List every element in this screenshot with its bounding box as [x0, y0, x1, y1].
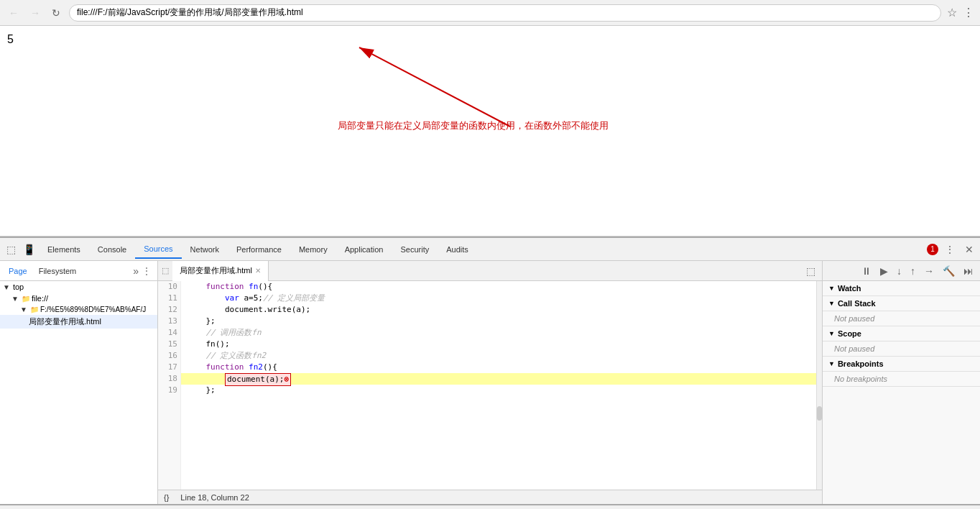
tab-audits[interactable]: Audits — [438, 241, 477, 258]
call-stack-header[interactable]: ▼ Call Stack — [823, 296, 980, 311]
async-icon[interactable]: ⏭ — [960, 264, 977, 278]
menu-button[interactable]: ⋮ — [963, 6, 974, 19]
breakpoints-arrow-icon: ▼ — [828, 360, 835, 367]
line-num-13: 13 — [158, 316, 177, 327]
source-icons: ⬚ — [803, 264, 822, 278]
tab-sources[interactable]: Sources — [135, 240, 181, 259]
tab-application[interactable]: Application — [336, 241, 392, 258]
tab-console[interactable]: Console — [89, 241, 135, 258]
tab-security[interactable]: Security — [392, 241, 438, 258]
code-line-11: var a=5;// 定义局部变量 — [181, 293, 816, 304]
refresh-button[interactable]: ↻ — [49, 6, 63, 20]
tab-network[interactable]: Network — [182, 241, 228, 258]
bookmark-button[interactable]: ☆ — [947, 6, 957, 19]
tree-expand-path: ▼ — [20, 306, 27, 313]
line-num-18: 18 — [158, 373, 177, 385]
line-num-14: 14 — [158, 327, 177, 339]
code-line-17: function fn2(){ — [181, 362, 816, 373]
devtools-close-icon[interactable]: ✕ — [961, 242, 977, 257]
source-content: 10 11 12 13 14 15 16 17 18 19 function f… — [158, 281, 822, 490]
devtools-toolbar: ⬚ 📱 Elements Console Sources Network Per… — [0, 238, 980, 261]
code-line-19: }; — [181, 385, 816, 396]
scope-content: Not paused — [823, 341, 980, 357]
browser-toolbar: ← → ↻ ☆ ⋮ — [0, 0, 980, 26]
source-format-icon[interactable]: ⬚ — [803, 264, 819, 278]
watch-section-header[interactable]: ▼ Watch — [823, 281, 980, 296]
back-button[interactable]: ← — [6, 6, 22, 20]
source-tab-html[interactable]: 局部变量作用域.html ✕ — [172, 261, 269, 281]
source-tab-label: 局部变量作用域.html — [180, 265, 252, 276]
forward-button[interactable]: → — [27, 6, 43, 20]
watch-arrow-icon: ▼ — [828, 285, 835, 292]
source-back-icon[interactable]: ⬚ — [158, 265, 172, 277]
code-area[interactable]: function fn(){ var a=5;// 定义局部变量 documen… — [181, 281, 816, 490]
scrollbar-thumb[interactable] — [817, 406, 822, 421]
source-tabs: ⬚ 局部变量作用域.html ✕ ⬚ — [158, 261, 822, 281]
tree-icon-folder: 📁 — [22, 295, 30, 303]
address-bar[interactable] — [69, 4, 941, 22]
scope-arrow-icon: ▼ — [828, 330, 835, 337]
line-num-19: 19 — [158, 385, 177, 396]
panel-tabs: Page Filesystem » ⋮ — [0, 261, 157, 281]
tab-performance[interactable]: Performance — [228, 241, 290, 258]
right-panel: ⏸ ▶ ↓ ↑ → 🔨 ⏭ ▼ Watch ▼ Call Stack Not p… — [822, 261, 980, 504]
middle-panel: ⬚ 局部变量作用域.html ✕ ⬚ 10 11 12 13 14 15 16 — [158, 261, 822, 504]
tree-label-path: F:/%E5%89%8D%E7%AB%AF/J — [40, 306, 146, 313]
tree-label-html: 局部变量作用域.html — [29, 316, 101, 327]
tab-memory[interactable]: Memory — [290, 241, 336, 258]
annotation-arrow — [316, 33, 532, 141]
page-number: 5 — [7, 33, 14, 45]
panel-tab-filesystem[interactable]: Filesystem — [33, 264, 83, 278]
panel-options-icon[interactable]: ⋮ — [139, 265, 154, 278]
watch-label: Watch — [838, 284, 861, 293]
svg-line-1 — [359, 47, 510, 127]
panel-more-icon[interactable]: » — [133, 265, 139, 277]
devtools-device-icon[interactable]: 📱 — [19, 242, 39, 257]
code-line-12: document.write(a); — [181, 304, 816, 316]
breakpoints-header[interactable]: ▼ Breakpoints — [823, 357, 980, 372]
line-num-16: 16 — [158, 350, 177, 362]
breakpoints-status: No breakpoints — [834, 375, 887, 383]
console-toolbar: Console ✕ — [0, 505, 980, 509]
step-into-icon[interactable]: ↑ — [907, 264, 919, 278]
step-out-icon[interactable]: → — [920, 264, 938, 278]
page-wrapper: 5 局部变量只能在定义局部变量的函数内使用，在函数外部不能使用 — [0, 26, 980, 237]
tree-item-top[interactable]: ▼ top — [0, 281, 157, 293]
status-position: Line 18, Column 22 — [180, 493, 249, 502]
tree-item-path[interactable]: ▼ 📁 F:/%E5%89%8D%E7%AB%AF/J — [0, 304, 157, 315]
format-icon[interactable]: {} — [164, 493, 169, 502]
scope-header[interactable]: ▼ Scope — [823, 326, 980, 341]
tab-elements[interactable]: Elements — [39, 241, 89, 258]
code-line-16: // 定义函数fn2 — [181, 350, 816, 362]
devtools-inspect-icon[interactable]: ⬚ — [3, 242, 19, 257]
tree-item-file[interactable]: ▼ 📁 file:// — [0, 293, 157, 304]
source-tab-close[interactable]: ✕ — [255, 267, 261, 275]
step-over-icon[interactable]: ↓ — [893, 264, 905, 278]
breakpoints-label: Breakpoints — [838, 359, 884, 368]
deactivate-icon[interactable]: 🔨 — [939, 264, 958, 278]
devtools: ⬚ 📱 Elements Console Sources Network Per… — [0, 237, 980, 504]
tree-label-file: file:// — [32, 294, 48, 303]
breakpoints-content: No breakpoints — [823, 372, 980, 387]
line-num-17: 17 — [158, 362, 177, 373]
tree-expand-file: ▼ — [11, 295, 19, 303]
resume-icon[interactable]: ▶ — [877, 264, 892, 278]
left-panel: Page Filesystem » ⋮ ▼ top ▼ 📁 file:// ▼ … — [0, 261, 158, 504]
code-scrollbar[interactable] — [816, 281, 822, 490]
devtools-body: Page Filesystem » ⋮ ▼ top ▼ 📁 file:// ▼ … — [0, 261, 980, 504]
annotation-text: 局部变量只能在定义局部变量的函数内使用，在函数外部不能使用 — [338, 119, 609, 132]
file-tree: ▼ top ▼ 📁 file:// ▼ 📁 F:/%E5%89%8D%E7%AB… — [0, 281, 157, 504]
panel-tab-page[interactable]: Page — [3, 264, 33, 278]
call-stack-status: Not paused — [834, 314, 874, 323]
call-stack-label: Call Stack — [838, 299, 876, 308]
scope-label: Scope — [838, 329, 861, 338]
tree-item-html[interactable]: 局部变量作用域.html — [0, 315, 157, 329]
devtools-right-icons: 1 ⋮ ✕ — [927, 242, 977, 257]
devtools-more-icon[interactable]: ⋮ — [941, 242, 958, 257]
pause-icon[interactable]: ⏸ — [858, 264, 875, 278]
code-line-18: document(a);⊗ — [181, 373, 816, 385]
console-panel: Console ✕ 🚫 ⊘ top Default levels ▼ Group… — [0, 504, 980, 509]
page-content: 5 局部变量只能在定义局部变量的函数内使用，在函数外部不能使用 — [0, 26, 980, 237]
line-num-12: 12 — [158, 304, 177, 316]
code-line-14: // 调用函数fn — [181, 327, 816, 339]
